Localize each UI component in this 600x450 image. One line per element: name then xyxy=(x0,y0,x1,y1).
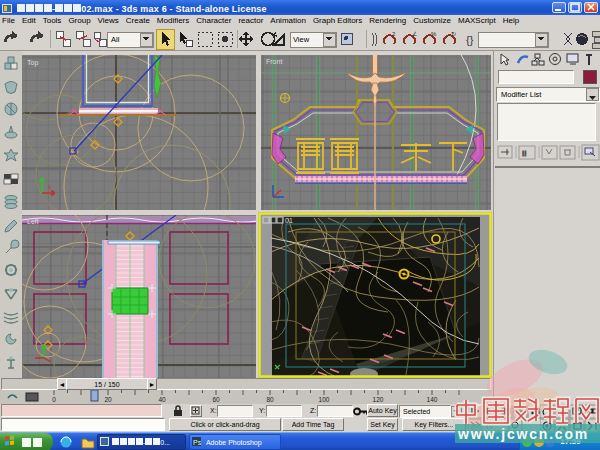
svg-text:↻: ↻ xyxy=(451,31,456,37)
svg-text:x: x xyxy=(48,184,51,190)
svg-text:20: 20 xyxy=(104,396,112,403)
svg-text:120: 120 xyxy=(373,396,384,403)
svg-text:60: 60 xyxy=(212,396,220,403)
svg-text:2: 2 xyxy=(392,31,396,37)
svg-text:15: 15 xyxy=(485,422,493,429)
svg-text:∠: ∠ xyxy=(412,31,417,37)
svg-text:140: 140 xyxy=(427,396,438,403)
svg-text:Ps: Ps xyxy=(193,439,202,446)
svg-text:40: 40 xyxy=(158,396,166,403)
svg-text:{}: {} xyxy=(466,34,474,46)
svg-text:All: All xyxy=(111,35,120,44)
svg-text:100: 100 xyxy=(319,396,330,403)
svg-text:Left: Left xyxy=(27,218,39,225)
svg-text:Front: Front xyxy=(266,58,282,65)
svg-text:II: II xyxy=(522,149,526,158)
svg-text:01: 01 xyxy=(285,217,293,224)
svg-text:80: 80 xyxy=(266,396,274,403)
svg-text:%: % xyxy=(431,31,437,37)
svg-text:0: 0 xyxy=(52,396,56,403)
svg-text:View: View xyxy=(293,35,310,44)
svg-text:Top: Top xyxy=(27,59,38,67)
